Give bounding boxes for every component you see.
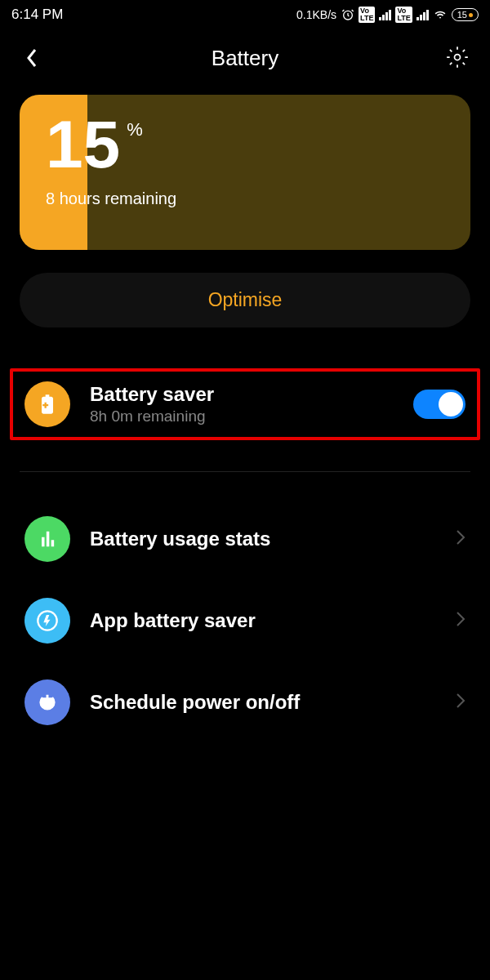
stats-icon — [24, 516, 70, 562]
status-time: 6:14 PM — [11, 7, 63, 23]
battery-level-card: 15 % 8 hours remaining — [20, 95, 470, 250]
power-icon — [24, 679, 70, 725]
menu-label: Schedule power on/off — [90, 691, 456, 714]
settings-button[interactable] — [446, 46, 470, 70]
network-speed: 0.1KB/s — [296, 8, 336, 21]
schedule-power-item[interactable]: Schedule power on/off — [20, 662, 470, 743]
chevron-right-icon — [456, 691, 466, 714]
divider — [20, 471, 470, 472]
wifi-icon — [433, 9, 448, 20]
battery-time-remaining: 8 hours remaining — [46, 189, 444, 208]
volte-icon-1: VoLTE — [359, 7, 375, 23]
battery-percent: 15 % — [46, 111, 444, 178]
header: Battery — [0, 29, 490, 95]
chevron-right-icon — [456, 528, 466, 550]
battery-saver-subtitle: 8h 0m remaining — [90, 408, 413, 425]
battery-saver-toggle[interactable] — [413, 390, 466, 419]
battery-indicator: 15 — [452, 8, 479, 21]
status-indicators: 0.1KB/s VoLTE VoLTE 15 — [296, 7, 479, 23]
signal-icon-1 — [379, 9, 391, 20]
chevron-right-icon — [456, 609, 466, 632]
page-title: Battery — [212, 46, 278, 71]
menu-label: App battery saver — [90, 609, 456, 632]
app-battery-saver-item[interactable]: App battery saver — [20, 580, 470, 662]
highlight-annotation: Battery saver 8h 0m remaining — [10, 368, 480, 440]
optimise-button[interactable]: Optimise — [20, 273, 470, 327]
signal-icon-2 — [416, 9, 429, 20]
status-bar: 6:14 PM 0.1KB/s VoLTE VoLTE 15 — [0, 0, 490, 29]
menu-label: Battery usage stats — [90, 528, 456, 550]
svg-point-1 — [455, 55, 461, 60]
battery-saver-title: Battery saver — [90, 383, 413, 406]
alarm-icon — [341, 8, 354, 21]
battery-usage-stats-item[interactable]: Battery usage stats — [20, 498, 470, 580]
volte-icon-2: VoLTE — [395, 7, 412, 23]
back-button[interactable] — [20, 46, 44, 70]
back-icon — [25, 47, 38, 69]
app-saver-icon — [24, 598, 70, 644]
status-icons: VoLTE VoLTE 15 — [341, 7, 479, 23]
battery-saver-row[interactable]: Battery saver 8h 0m remaining — [20, 381, 470, 427]
battery-saver-icon — [24, 381, 70, 427]
gear-icon — [446, 46, 469, 69]
